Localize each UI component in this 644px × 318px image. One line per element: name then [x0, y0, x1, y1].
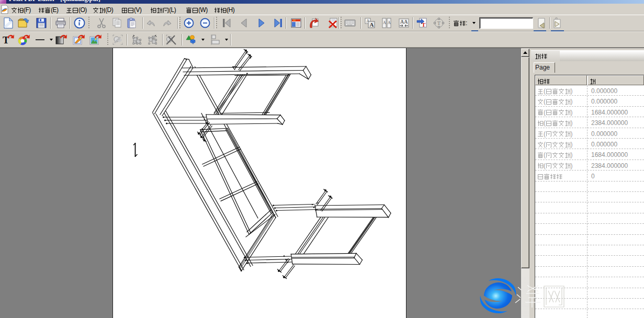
- svg-text:A: A: [383, 20, 386, 25]
- svg-text:AA: AA: [400, 19, 408, 25]
- svg-text:A: A: [388, 20, 391, 25]
- svg-text:A: A: [370, 21, 374, 28]
- svg-text:T: T: [422, 21, 426, 28]
- svg-text:T: T: [437, 20, 441, 26]
